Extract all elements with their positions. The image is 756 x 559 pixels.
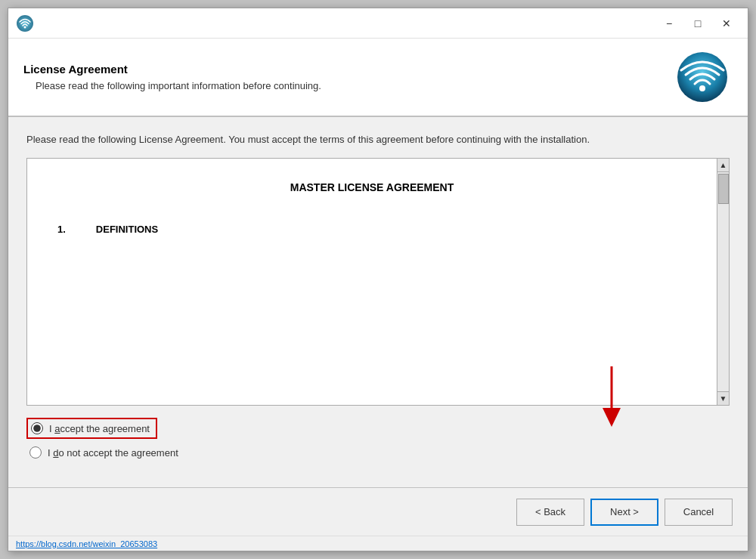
minimize-button[interactable]: − bbox=[655, 13, 683, 34]
header-text: License Agreement Please read the follow… bbox=[23, 63, 672, 91]
accept-radio[interactable] bbox=[31, 422, 43, 434]
header-section: License Agreement Please read the follow… bbox=[8, 39, 748, 117]
window-controls: − □ ✕ bbox=[655, 13, 740, 34]
restore-button[interactable]: □ bbox=[684, 13, 711, 34]
svg-point-3 bbox=[699, 85, 705, 91]
license-text-box: MASTER LICENSE AGREEMENT 1. DEFINITIONS … bbox=[26, 158, 730, 406]
installer-window: − □ ✕ License Agreement Please read the … bbox=[8, 8, 748, 551]
header-subtitle: Please read the following important info… bbox=[36, 80, 672, 91]
next-button[interactable]: Next > bbox=[590, 499, 658, 526]
section-title: DEFINITIONS bbox=[96, 224, 158, 242]
close-button[interactable]: ✕ bbox=[713, 13, 740, 34]
svg-point-2 bbox=[677, 52, 727, 102]
main-content: Please read the following License Agreem… bbox=[8, 117, 748, 487]
scroll-thumb[interactable] bbox=[718, 174, 729, 204]
radio-section: I accept the agreement I do not accept t… bbox=[26, 418, 730, 466]
svg-point-0 bbox=[17, 15, 33, 32]
button-bar: < Back Next > Cancel bbox=[8, 487, 748, 536]
decline-radio[interactable] bbox=[29, 446, 42, 459]
app-icon bbox=[16, 14, 34, 32]
scroll-down-button[interactable]: ▼ bbox=[717, 391, 730, 405]
scroll-up-button[interactable]: ▲ bbox=[717, 159, 730, 172]
accept-option-box: I accept the agreement bbox=[26, 418, 157, 439]
tooltip-bar: https://blog.csdn.net/weixin_20653083 bbox=[8, 536, 748, 551]
header-title: License Agreement bbox=[23, 63, 672, 76]
accept-label: I accept the agreement bbox=[49, 423, 150, 434]
license-title: MASTER LICENSE AGREEMENT bbox=[57, 181, 686, 193]
back-button[interactable]: < Back bbox=[516, 499, 584, 526]
section-number: 1. bbox=[57, 224, 66, 235]
header-logo bbox=[672, 51, 733, 103]
scrollbar[interactable]: ▲ ▼ bbox=[717, 159, 729, 406]
title-bar: − □ ✕ bbox=[8, 8, 748, 39]
svg-point-1 bbox=[24, 26, 26, 28]
decline-label: I do not accept the agreement bbox=[48, 447, 178, 459]
cancel-button[interactable]: Cancel bbox=[665, 499, 733, 526]
license-content: MASTER LICENSE AGREEMENT 1. DEFINITIONS bbox=[27, 159, 717, 406]
tooltip-url: https://blog.csdn.net/weixin_20653083 bbox=[16, 539, 157, 548]
instruction-text: Please read the following License Agreem… bbox=[26, 132, 730, 147]
decline-option[interactable]: I do not accept the agreement bbox=[29, 446, 730, 459]
accept-option[interactable]: I accept the agreement bbox=[26, 418, 730, 439]
